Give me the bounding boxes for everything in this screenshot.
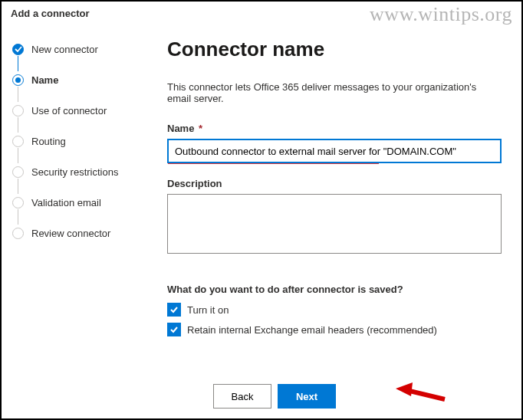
step-label: Validation email <box>31 197 101 208</box>
step-use-of-connector[interactable]: Use of connector <box>12 102 140 119</box>
description-label: Description <box>167 178 502 189</box>
checkbox-checked-icon <box>167 303 181 317</box>
check-icon <box>12 44 24 55</box>
checkbox-retain-headers[interactable]: Retain internal Exchange email headers (… <box>167 323 502 336</box>
next-button[interactable]: Next <box>278 384 336 409</box>
step-label: Name <box>31 74 58 86</box>
after-save-heading: What do you want to do after connector i… <box>167 284 502 295</box>
step-name[interactable]: Name <box>12 71 140 88</box>
step-label: Use of connector <box>31 105 107 116</box>
pending-step-icon <box>12 105 24 116</box>
checkbox-label: Retain internal Exchange email headers (… <box>187 324 437 336</box>
panel-header: Add a connector <box>2 2 521 24</box>
step-review-connector[interactable]: Review connector <box>12 225 140 241</box>
main-content: Connector name This connector lets Offic… <box>147 24 521 416</box>
step-validation-email[interactable]: Validation email <box>12 194 140 211</box>
step-label: New connector <box>31 44 98 55</box>
step-new-connector[interactable]: New connector <box>12 41 140 57</box>
back-button[interactable]: Back <box>213 384 271 409</box>
step-label: Security restrictions <box>31 166 118 178</box>
checkbox-checked-icon <box>167 323 181 336</box>
step-security-restrictions[interactable]: Security restrictions <box>12 163 140 180</box>
checkbox-label: Turn it on <box>187 304 229 316</box>
step-label: Review connector <box>31 228 110 239</box>
description-input[interactable] <box>167 194 502 254</box>
page-title: Connector name <box>167 38 502 61</box>
name-label: Name * <box>167 123 502 134</box>
pending-step-icon <box>12 166 24 178</box>
intro-text: This connector lets Office 365 deliver m… <box>167 81 502 104</box>
pending-step-icon <box>12 228 24 239</box>
wizard-sidebar: New connector Name Use of connector Rout… <box>2 24 147 416</box>
required-asterisk: * <box>196 123 202 134</box>
pending-step-icon <box>12 136 24 147</box>
step-label: Routing <box>31 136 66 147</box>
footer-buttons: Back Next <box>167 376 502 409</box>
step-routing[interactable]: Routing <box>12 133 140 149</box>
name-input[interactable] <box>167 139 502 163</box>
pending-step-icon <box>12 197 24 208</box>
checkbox-turn-it-on[interactable]: Turn it on <box>167 303 502 317</box>
current-step-icon <box>12 74 24 86</box>
